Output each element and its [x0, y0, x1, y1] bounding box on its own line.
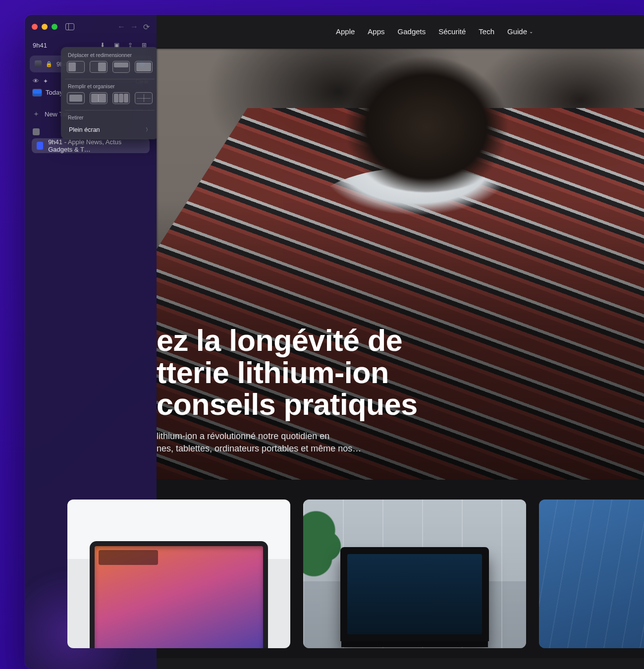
nav-gadgets[interactable]: Gadgets [398, 27, 426, 36]
today-group-icon[interactable] [33, 128, 40, 135]
folder-label: Today [46, 89, 63, 96]
forward-icon[interactable]: → [130, 22, 138, 32]
popover-fullscreen[interactable]: Plein écran 〉 [65, 123, 155, 136]
nav-apps[interactable]: Apps [368, 27, 384, 36]
site-favicon-icon [35, 60, 42, 67]
tab-title: 9h41 - Apple News, Actus Gadgets & T… [48, 138, 145, 153]
tile-maximize-icon[interactable] [135, 61, 153, 73]
tile-top-icon[interactable] [112, 61, 130, 73]
hero: ez la longévité de tterie lithium-ion co… [157, 49, 644, 480]
imac-illustration-icon [90, 541, 268, 648]
minimize-icon[interactable] [42, 24, 48, 30]
tile-three-col-icon[interactable] [112, 92, 130, 104]
reload-icon[interactable]: ⟳ [143, 22, 150, 32]
hide-icon[interactable]: 👁 [33, 77, 39, 85]
browser-window: ← → ⟳ 9h41 ⬇︎ ▣ ⇪ ⊞ 🔒 9h41.fr [25, 15, 644, 669]
popover-section-fill: Remplir et organiser [65, 83, 155, 92]
card-3[interactable] [539, 500, 644, 648]
window-controls: ← → ⟳ [25, 15, 157, 32]
sparkle-icon[interactable]: ✦ [43, 78, 48, 85]
fullscreen-icon[interactable] [52, 24, 57, 30]
sidebar-tab[interactable]: 9h41 - Apple News, Actus Gadgets & T… [32, 138, 150, 153]
nav-apple[interactable]: Apple [336, 27, 355, 36]
close-icon[interactable] [32, 24, 38, 30]
plus-icon: ＋ [33, 110, 40, 118]
folder-icon [33, 89, 42, 96]
chevron-down-icon: ⌄ [529, 29, 533, 34]
plant-icon [303, 506, 343, 586]
lock-icon: 🔒 [46, 61, 53, 67]
cards-row [157, 480, 644, 658]
nav-guide[interactable]: Guide ⌄ [507, 27, 533, 36]
card-1[interactable] [67, 500, 290, 648]
nav-security[interactable]: Sécurité [438, 27, 466, 36]
popover-fullscreen-label: Plein écran [69, 126, 100, 133]
back-icon[interactable]: ← [117, 22, 125, 32]
nav-tech[interactable]: Tech [479, 27, 494, 36]
tile-grid-icon[interactable] [135, 92, 153, 104]
chevron-right-icon: 〉 [146, 126, 151, 133]
window-layout-popover: Déplacer et redimensionner Remplir et or… [61, 47, 159, 139]
tab-favicon-icon [37, 142, 43, 150]
hero-title: ez la longévité de tterie lithium-ion co… [157, 325, 418, 420]
tile-two-col-icon[interactable] [90, 92, 107, 104]
card-2[interactable] [303, 500, 526, 648]
popover-section-move: Déplacer et redimensionner [65, 52, 155, 61]
tile-left-icon[interactable] [67, 61, 85, 73]
popover-section-remove: Retirer [65, 114, 155, 123]
site-nav: Apple Apps Gadgets Sécurité Tech Guide ⌄ [157, 15, 644, 49]
toggle-sidebar-icon[interactable] [65, 23, 74, 30]
hero-subtitle: lithium-ion a révolutionné notre quotidi… [157, 430, 418, 455]
profile-name: 9h41 [33, 42, 47, 49]
page-content: Apple Apps Gadgets Sécurité Tech Guide ⌄… [157, 15, 644, 669]
laptop-illustration-icon [340, 547, 489, 641]
nav-guide-label: Guide [507, 27, 527, 36]
tile-fill-icon[interactable] [67, 92, 85, 104]
tile-right-icon[interactable] [90, 61, 107, 73]
